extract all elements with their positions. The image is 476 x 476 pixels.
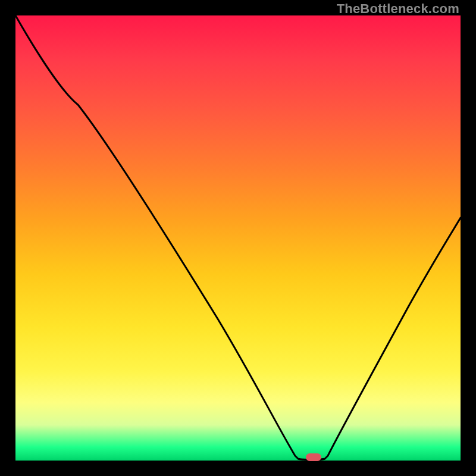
plot-area [15,15,461,461]
watermark-text: TheBottleneck.com [337,1,459,17]
optimal-marker [306,453,321,461]
chart-frame: TheBottleneck.com [0,0,476,476]
curve-path [15,15,461,460]
bottleneck-curve [15,15,461,461]
